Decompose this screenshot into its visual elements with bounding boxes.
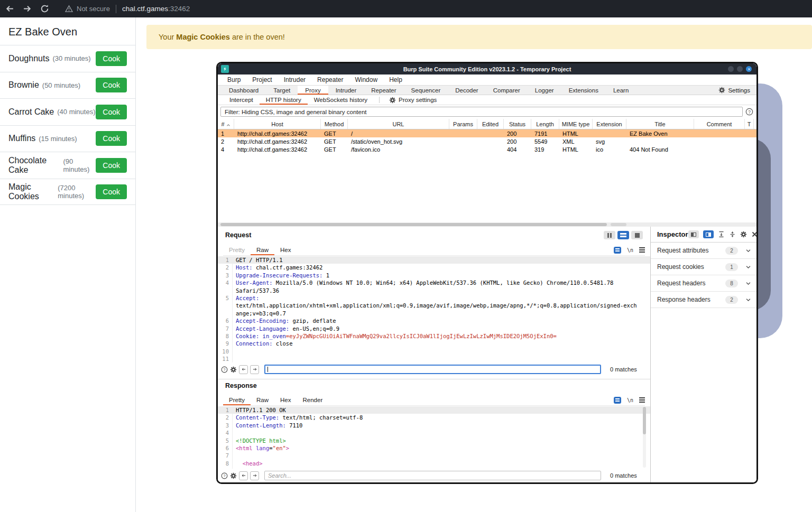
next-match-button[interactable]	[250, 471, 259, 480]
tab-target[interactable]: Target	[266, 86, 298, 95]
tab-hex[interactable]: Hex	[274, 245, 297, 255]
inspector-dock-left-button[interactable]	[688, 230, 699, 238]
tab-raw[interactable]: Raw	[251, 395, 274, 405]
layout-single-button[interactable]	[631, 231, 643, 239]
proxy-settings-button[interactable]: Proxy settings	[385, 95, 441, 105]
column-header-comment[interactable]: Comment	[694, 119, 745, 129]
show-newlines-toggle[interactable]: \n	[627, 247, 633, 253]
column-header-method[interactable]: Method	[321, 119, 348, 129]
burp-titlebar[interactable]: Burp Suite Community Edition v2023.1.2 -…	[218, 63, 756, 75]
menu-burp[interactable]: Burp	[222, 76, 246, 83]
search-help-icon[interactable]	[221, 366, 228, 373]
tab-pretty[interactable]: Pretty	[223, 395, 251, 405]
column-header-host[interactable]: Host	[234, 119, 321, 129]
cook-button-doughnuts[interactable]: Cook	[96, 51, 127, 66]
inspector-section-request-headers[interactable]: Request headers8	[651, 275, 756, 292]
maximize-button[interactable]	[737, 66, 743, 72]
inspector-dock-right-button[interactable]	[703, 230, 714, 238]
next-match-button[interactable]	[250, 365, 259, 374]
editor-menu-icon[interactable]	[639, 247, 645, 253]
pane-divider[interactable]	[218, 379, 650, 379]
forward-icon[interactable]	[23, 4, 32, 13]
history-row-1[interactable]: 1http://chal.ctf.games:32462GET/2007191H…	[218, 129, 756, 137]
tab-render[interactable]: Render	[297, 395, 329, 405]
tab-learn[interactable]: Learn	[606, 86, 636, 95]
scrollbar-thumb[interactable]	[611, 223, 626, 226]
tab-raw[interactable]: Raw	[251, 245, 274, 255]
horizontal-scrollbar[interactable]	[218, 222, 756, 227]
column-header-t[interactable]: T	[745, 119, 754, 129]
subtab-http-history[interactable]: HTTP history	[260, 95, 308, 105]
column-header-extension[interactable]: Extension	[593, 119, 626, 129]
column-header-mime-type[interactable]: MIME type	[559, 119, 593, 129]
subtab-intercept[interactable]: Intercept	[223, 95, 260, 105]
request-search-input[interactable]	[264, 365, 601, 374]
column-header-params[interactable]: Params	[449, 119, 477, 129]
tab-decoder[interactable]: Decoder	[448, 86, 485, 95]
tab-dashboard[interactable]: Dashboard	[222, 86, 266, 95]
cook-button-chocolate-cake[interactable]: Cook	[96, 158, 127, 173]
minimize-button[interactable]	[728, 66, 734, 72]
reload-icon[interactable]	[40, 4, 49, 13]
not-secure-warning-icon[interactable]	[65, 5, 73, 13]
search-help-icon[interactable]	[221, 472, 228, 479]
help-icon[interactable]	[745, 108, 753, 116]
column-header-title[interactable]: Title	[626, 119, 694, 129]
close-icon[interactable]	[751, 231, 758, 238]
cook-button-carrot-cake[interactable]: Cook	[96, 105, 127, 119]
column-header-status[interactable]: Status	[504, 119, 531, 129]
tab-repeater[interactable]: Repeater	[364, 86, 403, 95]
inspector-section-response-headers[interactable]: Response headers2	[651, 292, 756, 308]
column-header-[interactable]: #	[218, 119, 234, 129]
tab-pretty[interactable]: Pretty	[223, 245, 251, 255]
history-row-2[interactable]: 2http://chal.ctf.games:32462GET/static/o…	[218, 137, 756, 145]
prev-match-button[interactable]	[239, 365, 248, 374]
cook-button-magic-cookies[interactable]: Cook	[96, 184, 127, 199]
tab-intruder[interactable]: Intruder	[328, 86, 364, 95]
expand-all-icon[interactable]	[718, 231, 725, 238]
tab-hex[interactable]: Hex	[274, 395, 297, 405]
scrollbar-thumb[interactable]	[643, 407, 646, 434]
prettify-icon[interactable]	[614, 397, 621, 404]
menu-intruder[interactable]: Intruder	[278, 76, 311, 83]
back-icon[interactable]	[5, 4, 14, 13]
history-row-4[interactable]: 4http://chal.ctf.games:32462GET/favicon.…	[218, 145, 756, 153]
column-header-url[interactable]: URL	[348, 119, 449, 129]
response-search-input[interactable]: Search...	[264, 471, 601, 480]
prev-match-button[interactable]	[239, 471, 248, 480]
tab-sequencer[interactable]: Sequencer	[404, 86, 448, 95]
layout-rows-button[interactable]	[617, 231, 629, 239]
menu-repeater[interactable]: Repeater	[311, 76, 349, 83]
cook-button-brownie[interactable]: Cook	[96, 78, 127, 92]
tab-extensions[interactable]: Extensions	[561, 86, 606, 95]
filter-bar[interactable]: Filter: Hiding CSS, image and general bi…	[220, 107, 743, 117]
scrollbar-thumb[interactable]	[220, 223, 607, 226]
response-editor[interactable]: 1HTTP/1.1 200 OK2Content-Type: text/html…	[218, 406, 650, 469]
column-header-edited[interactable]: Edited	[477, 119, 504, 129]
menu-window[interactable]: Window	[349, 76, 383, 83]
settings-button[interactable]: Settings	[718, 86, 750, 95]
item-time: (90 minutes)	[63, 157, 96, 173]
search-settings-icon[interactable]	[230, 366, 237, 373]
gear-icon[interactable]	[740, 231, 747, 238]
tab-logger[interactable]: Logger	[528, 86, 561, 95]
subtab-websockets-history[interactable]: WebSockets history	[308, 95, 374, 105]
response-scrollbar[interactable]	[643, 406, 646, 468]
tab-proxy[interactable]: Proxy	[298, 86, 328, 95]
menu-project[interactable]: Project	[246, 76, 278, 83]
cook-button-muffins[interactable]: Cook	[96, 131, 127, 146]
editor-menu-icon[interactable]	[639, 397, 645, 403]
prettify-icon[interactable]	[614, 247, 621, 254]
address-bar[interactable]: Not secure chal.ctf.games :32462	[65, 5, 190, 13]
column-header-length[interactable]: Length	[531, 119, 559, 129]
request-editor[interactable]: 1GET / HTTP/1.12Host: chal.ctf.games:324…	[218, 256, 650, 363]
search-settings-icon[interactable]	[230, 472, 237, 479]
collapse-all-icon[interactable]	[729, 231, 736, 238]
inspector-section-request-cookies[interactable]: Request cookies1	[651, 259, 756, 275]
show-newlines-toggle[interactable]: \n	[627, 397, 633, 403]
layout-columns-button[interactable]	[604, 231, 615, 239]
tab-comparer[interactable]: Comparer	[486, 86, 528, 95]
inspector-section-request-attributes[interactable]: Request attributes2	[651, 243, 756, 259]
menu-help[interactable]: Help	[383, 76, 408, 83]
close-button[interactable]	[746, 66, 752, 72]
